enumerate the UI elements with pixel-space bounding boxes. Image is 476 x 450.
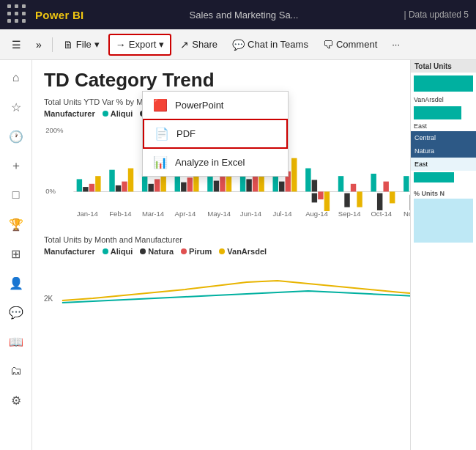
data-updated: | Data updated 5 (404, 10, 469, 20)
svg-rect-44 (404, 176, 409, 191)
chart2-legend: Manufacturer Aliqui Natura Pirum VanArsd… (44, 247, 464, 256)
toolbar: ☰ » 🗎 File ▾ → Export ▾ ↗ Share 💬 Chat i… (0, 29, 476, 60)
svg-rect-33 (312, 193, 317, 203)
svg-rect-41 (377, 193, 382, 210)
svg-rect-17 (187, 177, 193, 191)
svg-rect-28 (279, 182, 284, 192)
export-excel-item[interactable]: 📊 Analyze in Excel (143, 149, 288, 176)
sidebar-item-trophy[interactable]: 🏆 (3, 211, 29, 237)
svg-rect-31 (305, 169, 310, 192)
app-grid-icon[interactable] (7, 4, 28, 25)
right-sidebar: Total Units VanArsdel East Central Natur… (410, 60, 476, 450)
svg-text:Apr-14: Apr-14 (175, 210, 196, 218)
file-button[interactable]: 🗎 File ▾ (57, 35, 105, 54)
svg-rect-6 (95, 176, 100, 191)
comment-icon: 🗨 (323, 39, 333, 51)
percent-title: % Units N (411, 190, 476, 197)
svg-text:0%: 0% (45, 187, 56, 195)
share-button[interactable]: ↗ Share (174, 35, 223, 54)
legend-aliqui: Aliqui (103, 109, 133, 118)
svg-rect-20 (214, 181, 219, 192)
east2-bar (414, 172, 454, 182)
svg-rect-10 (128, 169, 133, 192)
sidebar-item-people[interactable]: 👤 (3, 270, 29, 296)
sidebar-item-create[interactable]: ＋ (3, 152, 29, 179)
svg-rect-39 (357, 191, 362, 207)
export-chevron-icon: ▾ (159, 39, 164, 50)
sidebar-item-book[interactable]: 📖 (3, 328, 29, 355)
chat-teams-button[interactable]: 💬 Chat in Teams (226, 35, 314, 54)
share-icon: ↗ (180, 39, 189, 51)
svg-rect-8 (116, 185, 121, 192)
chart2-legend-pirum: Pirum (181, 247, 212, 256)
svg-text:Oct-14: Oct-14 (371, 210, 392, 218)
right-panel-vanarsdel-bar (411, 73, 476, 95)
sidebar-item-recent[interactable]: 🕐 (3, 123, 29, 150)
main-layout: ⌂ ☆ 🕐 ＋ □ 🏆 ⊞ 👤 💬 📖 🗂 ⚙ TD Category Tren… (0, 60, 476, 450)
hamburger-button[interactable]: ☰ (6, 35, 27, 54)
svg-text:May-14: May-14 (207, 210, 231, 218)
sidebar-item-favorites[interactable]: ☆ (3, 94, 29, 120)
svg-rect-36 (338, 176, 343, 191)
right-panel-vanarsdel-label: VanArsdel (411, 95, 476, 105)
legend2-dot-aliqui (103, 248, 108, 254)
sidebar-item-home[interactable]: ⌂ (3, 64, 29, 91)
right-panel-title: Total Units (411, 60, 476, 73)
svg-rect-37 (344, 193, 349, 207)
right-panel-natura-label: Natura (411, 144, 476, 158)
svg-rect-16 (181, 182, 186, 192)
svg-rect-34 (318, 191, 323, 199)
excel-icon: 📊 (153, 155, 168, 169)
export-dropdown-menu: 🟥 PowerPoint 📄 PDF 📊 Analyze in Excel (142, 91, 289, 177)
svg-text:Aug-14: Aug-14 (305, 210, 328, 218)
chart2-label: Total Units by Month and Manufacturer (44, 235, 464, 244)
svg-rect-4 (83, 187, 88, 191)
right-panel-central-highlight: Central (411, 131, 476, 144)
powerpoint-icon: 🟥 (153, 98, 168, 112)
divider (52, 37, 53, 52)
legend-title: Manufacturer (44, 109, 95, 118)
sidebar-item-messages[interactable]: 💬 (3, 299, 29, 325)
svg-rect-3 (77, 179, 82, 191)
legend2-dot-vanarsdel (219, 248, 225, 254)
right-panel-east2-label: East (411, 158, 476, 171)
chart2-svg (56, 260, 464, 304)
export-powerpoint-item[interactable]: 🟥 PowerPoint (143, 92, 288, 119)
legend-dot-aliqui (103, 111, 108, 117)
svg-rect-43 (390, 191, 395, 203)
chart2-legend-title: Manufacturer (44, 247, 95, 256)
east-bar (414, 106, 461, 119)
export-button[interactable]: → Export ▾ (108, 34, 172, 56)
svg-text:Jul-14: Jul-14 (273, 210, 293, 218)
vanarsdel-bar (414, 75, 473, 92)
pdf-icon: 📄 (155, 127, 169, 141)
nav-forward-button[interactable]: » (30, 35, 48, 54)
svg-text:Mar-14: Mar-14 (142, 210, 165, 218)
right-panel-east-label: East (411, 121, 476, 131)
svg-rect-24 (246, 179, 251, 191)
sidebar-item-apps[interactable]: ⊞ (3, 240, 29, 267)
more-button[interactable]: ··· (386, 35, 406, 54)
chart2-legend-vanarsdel: VanArsdel (219, 247, 267, 256)
svg-text:Sep-14: Sep-14 (338, 210, 361, 218)
sidebar-item-browse[interactable]: □ (3, 182, 29, 208)
sidebar-item-data[interactable]: 🗂 (3, 358, 29, 384)
brand-name: Power BI (35, 9, 84, 21)
legend2-dot-pirum (181, 248, 187, 254)
sidebar-item-settings[interactable]: ⚙ (3, 387, 29, 413)
chart2-legend-aliqui: Aliqui (103, 247, 133, 256)
teams-icon: 💬 (232, 39, 245, 51)
chart2-area: 2K (44, 260, 464, 304)
export-icon: → (116, 39, 126, 51)
svg-text:Jun-14: Jun-14 (240, 210, 262, 218)
svg-text:Jan-14: Jan-14 (77, 210, 99, 218)
file-icon: 🗎 (63, 39, 73, 51)
svg-rect-9 (122, 182, 127, 192)
main-content: TD Category Trend Total Units YTD Var % … (32, 60, 476, 450)
export-pdf-item[interactable]: 📄 PDF (143, 119, 288, 149)
sidebar: ⌂ ☆ 🕐 ＋ □ 🏆 ⊞ 👤 💬 📖 🗂 ⚙ (0, 60, 32, 450)
topbar: Power BI Sales and Marketing Sa... | Dat… (0, 0, 476, 29)
chart2-legend-natura: Natura (140, 247, 174, 256)
comment-button[interactable]: 🗨 Comment (317, 35, 383, 54)
chevron-down-icon: ▾ (94, 39, 100, 50)
